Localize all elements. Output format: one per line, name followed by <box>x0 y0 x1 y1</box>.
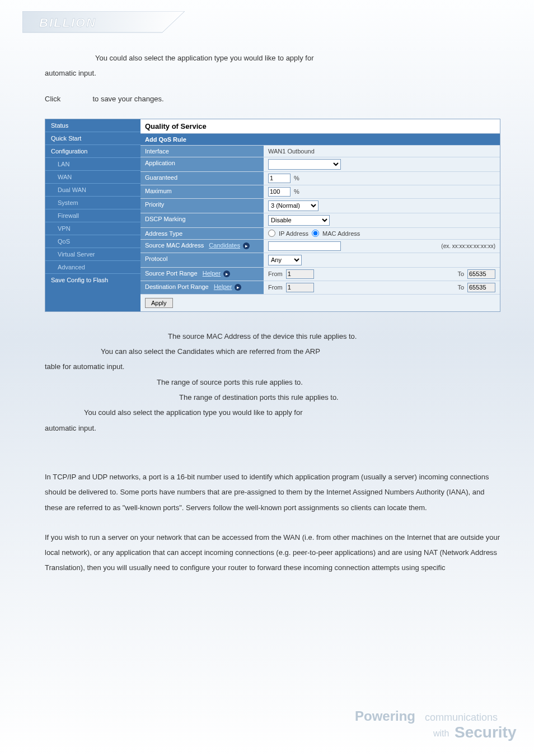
label-addrtype: Address Type <box>140 228 264 239</box>
text: The range of destination ports this rule… <box>179 393 339 402</box>
text: communications <box>425 712 498 723</box>
row-application: Application <box>140 157 500 171</box>
label-dscp: DSCP Marking <box>140 213 264 227</box>
apply-button[interactable]: Apply <box>145 298 173 308</box>
row-dstport: Destination Port Range Helper ▸ From To <box>140 281 500 294</box>
dstport-to-input[interactable] <box>467 283 495 292</box>
text: The range of source ports this rule appl… <box>157 378 303 386</box>
virtual-server-p2: If you wish to run a server on your netw… <box>45 530 500 576</box>
label-maximum: Maximum <box>140 185 264 198</box>
sidebar: Status Quick Start Configuration LAN WAN… <box>45 119 140 311</box>
sidebar-item-virtualserver[interactable]: Virtual Server <box>45 248 140 260</box>
srcport-to-input[interactable] <box>467 269 495 279</box>
label-protocol: Protocol <box>140 253 264 267</box>
apply-row: Apply <box>140 294 500 311</box>
qos-title: Quality of Service <box>140 119 500 134</box>
row-srcport: Source Port Range Helper ▸ From To <box>140 267 500 281</box>
sidebar-item-vpn[interactable]: VPN <box>45 222 140 235</box>
helper-paragraph-1: You could also select the application ty… <box>45 50 500 81</box>
radio-mac-label: MAC Address <box>322 230 360 237</box>
value-interface: WAN1 Outbound <box>264 146 500 157</box>
sidebar-item-qos[interactable]: QoS <box>45 235 140 248</box>
radio-mac[interactable] <box>312 230 319 237</box>
label-srcmac: Source MAC Address Candidates ▸ <box>140 240 264 253</box>
sidebar-item-firewall[interactable]: Firewall <box>45 209 140 222</box>
text: to save your changes. <box>92 95 163 103</box>
sidebar-item-configuration[interactable]: Configuration <box>45 144 140 157</box>
row-dscp: DSCP Marking Disable <box>140 213 500 227</box>
percent-label: % <box>294 175 299 181</box>
text: Powering <box>355 708 415 724</box>
text: automatic input. <box>45 424 96 432</box>
src-mac-desc: The source MAC Address of the device thi… <box>45 329 500 436</box>
sidebar-item-lan[interactable]: LAN <box>45 157 140 170</box>
dstport-from-input[interactable] <box>286 283 314 292</box>
text: You can also select the Candidates which… <box>101 347 320 356</box>
sidebar-item-saveconfig[interactable]: Save Config to Flash <box>45 273 140 286</box>
label-application: Application <box>140 157 264 171</box>
qos-panel: Status Quick Start Configuration LAN WAN… <box>45 119 500 312</box>
radio-ip-label: IP Address <box>279 230 308 237</box>
maximum-input[interactable] <box>268 187 291 197</box>
to-label: To <box>457 284 464 291</box>
label-interface: Interface <box>140 146 264 157</box>
srcport-from-input[interactable] <box>286 269 314 279</box>
text: You could also select the application ty… <box>95 54 314 62</box>
sidebar-item-status[interactable]: Status <box>45 119 140 132</box>
sidebar-item-wan[interactable]: WAN <box>45 170 140 183</box>
qos-main: Quality of Service Add QoS Rule Interfac… <box>140 119 500 311</box>
text: Security <box>455 724 517 741</box>
click-save-line: Click to save your changes. <box>45 91 500 106</box>
to-label: To <box>457 270 464 277</box>
qos-subtitle: Add QoS Rule <box>140 134 500 145</box>
row-interface: Interface WAN1 Outbound <box>140 145 500 157</box>
label-srcport: Source Port Range Helper ▸ <box>140 268 264 281</box>
chevron-right-icon: ▸ <box>235 284 241 291</box>
label-dstport: Destination Port Range Helper ▸ <box>140 281 264 294</box>
radio-ip[interactable] <box>268 230 275 237</box>
sidebar-item-system[interactable]: System <box>45 196 140 209</box>
label-guaranteed: Guaranteed <box>140 172 264 185</box>
chevron-right-icon: ▸ <box>223 270 230 277</box>
billion-logo: BILLION <box>22 11 500 46</box>
from-label: From <box>268 270 283 277</box>
powering-security-logo: Powering communications with Security <box>332 706 534 746</box>
chevron-right-icon: ▸ <box>243 242 250 249</box>
from-label: From <box>268 284 283 291</box>
text: The source MAC Address of the device thi… <box>168 332 357 340</box>
text: You could also select the application ty… <box>84 408 303 417</box>
sidebar-item-advanced[interactable]: Advanced <box>45 260 140 273</box>
text: Destination Port Range <box>145 283 209 290</box>
row-protocol: Protocol Any <box>140 253 500 267</box>
percent-label: % <box>294 188 299 195</box>
srcmac-input[interactable] <box>268 241 341 251</box>
text: table for automatic input. <box>45 362 124 371</box>
virtual-server-p1: In TCP/IP and UDP networks, a port is a … <box>45 469 500 515</box>
row-srcmac: Source MAC Address Candidates ▸ (ex. xx:… <box>140 239 500 253</box>
sidebar-item-dualwan[interactable]: Dual WAN <box>45 183 140 196</box>
row-priority: Priority 3 (Normal) <box>140 198 500 213</box>
mac-hint: (ex. xx:xx:xx:xx:xx:xx) <box>441 243 495 249</box>
row-maximum: Maximum % <box>140 185 500 198</box>
dscp-select[interactable]: Disable <box>268 215 330 226</box>
text: automatic input. <box>45 69 96 77</box>
sidebar-item-quickstart[interactable]: Quick Start <box>45 132 140 144</box>
row-addrtype: Address Type IP Address MAC Address <box>140 227 500 239</box>
priority-select[interactable]: 3 (Normal) <box>268 200 318 211</box>
candidates-link[interactable]: Candidates <box>209 242 240 249</box>
text: Source MAC Address <box>145 242 204 249</box>
protocol-select[interactable]: Any <box>268 255 302 265</box>
helper-link[interactable]: Helper <box>214 283 232 290</box>
text: with <box>433 729 449 738</box>
svg-text:BILLION: BILLION <box>39 16 96 30</box>
guaranteed-input[interactable] <box>268 174 291 183</box>
text: Source Port Range <box>145 270 198 277</box>
row-guaranteed: Guaranteed % <box>140 171 500 185</box>
application-select[interactable] <box>268 159 341 170</box>
helper-link[interactable]: Helper <box>203 270 221 277</box>
label-priority: Priority <box>140 199 264 213</box>
text: Click <box>45 95 60 103</box>
